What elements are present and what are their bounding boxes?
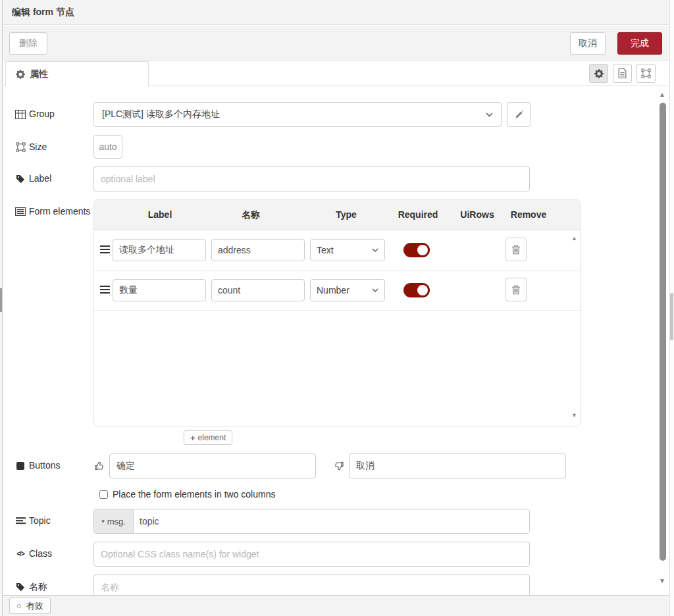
topic-label-wrap: Topic — [9, 509, 93, 527]
scrollbar-up-arrow[interactable]: ▲ — [659, 91, 665, 98]
edit-form-node-dialog: 编辑 form 节点 删除 取消 完成 属性 — [3, 0, 669, 616]
form-elements-rows: Text Number — [94, 230, 580, 311]
element-name-input[interactable] — [211, 239, 305, 261]
dialog-actionbar: 删除 取消 完成 — [3, 26, 669, 61]
table-scroll-down-icon[interactable]: ▼ — [571, 412, 577, 419]
left-scrollbar-thumb[interactable] — [0, 288, 2, 312]
table-scroll-up-icon[interactable]: ▲ — [571, 235, 577, 242]
scrollbar-down-arrow[interactable]: ▼ — [659, 577, 665, 584]
buttons-label: Buttons — [29, 459, 60, 472]
col-header-required: Required — [398, 209, 438, 220]
list-box-icon — [15, 207, 26, 217]
element-type-select[interactable]: Text — [310, 239, 385, 261]
edit-group-button[interactable] — [507, 102, 531, 127]
pencil-icon — [515, 111, 523, 119]
form-elements-table: Label 名称 Type Required UiRows Remove Tex… — [93, 199, 581, 426]
edit-dialog-tabbar: 属性 — [3, 61, 669, 86]
label-label-wrap: Label — [9, 167, 93, 185]
element-label-input[interactable] — [113, 239, 206, 261]
required-toggle[interactable] — [403, 283, 430, 297]
element-type-value: Number — [317, 285, 350, 295]
toggle-knob — [417, 245, 428, 255]
tag-icon — [15, 582, 26, 592]
class-input[interactable] — [93, 542, 530, 567]
topic-type-label: msg. — [107, 517, 126, 526]
layout-resize-icon — [641, 68, 651, 78]
form-element-row: Number — [94, 270, 580, 311]
add-element-button[interactable]: + element — [184, 430, 232, 445]
name-label: 名称 — [29, 580, 47, 593]
dialog-titlebar: 编辑 form 节点 — [3, 0, 669, 25]
name-row: 名称 — [3, 575, 669, 595]
dialog-footer: ○ 有效 — [3, 595, 669, 616]
element-name-input[interactable] — [211, 279, 305, 301]
tab-properties[interactable]: 属性 — [5, 61, 149, 86]
name-label-wrap: 名称 — [9, 575, 93, 593]
col-header-type: Type — [336, 209, 357, 220]
group-label-wrap: Group — [9, 102, 93, 120]
dialog-title: 编辑 form 节点 — [12, 7, 74, 18]
chevron-down-icon — [372, 288, 378, 292]
resize-handles-icon — [15, 142, 26, 153]
properties-view-button[interactable] — [589, 64, 608, 83]
done-button[interactable]: 完成 — [617, 32, 662, 55]
label-row: Label — [3, 167, 669, 192]
buttons-row: Buttons — [3, 453, 669, 478]
form-elements-row: Form elements Label 名称 Type Required UiR… — [3, 199, 669, 445]
label-input[interactable] — [93, 167, 530, 192]
topic-label: Topic — [29, 515, 51, 527]
drag-handle-icon[interactable] — [100, 286, 110, 294]
cancel-button-text-input[interactable] — [349, 453, 566, 478]
group-select[interactable]: [PLC测试] 读取多个内存地址 — [93, 102, 502, 127]
ok-button-text-input[interactable] — [109, 453, 316, 478]
name-input[interactable] — [93, 575, 530, 595]
two-columns-label: Place the form elements in two columns — [113, 489, 275, 500]
drag-handle-icon[interactable] — [100, 245, 110, 253]
caret-down-icon: ▾ — [101, 518, 105, 525]
col-header-uirows: UiRows — [460, 209, 494, 220]
size-label-wrap: Size — [9, 135, 93, 153]
browser-scrollbar-thumb[interactable] — [670, 293, 673, 340]
col-header-remove: Remove — [511, 209, 546, 220]
browser-scrollbar-track[interactable] — [669, 0, 674, 616]
two-columns-row: Place the form elements in two columns — [99, 489, 669, 500]
trash-icon — [511, 245, 521, 255]
thumbs-up-icon — [93, 461, 105, 471]
remove-element-button[interactable] — [506, 238, 527, 261]
element-label-input[interactable] — [113, 279, 206, 301]
circle-icon: ○ — [16, 601, 22, 611]
element-type-value: Text — [317, 245, 334, 255]
delete-button[interactable]: 删除 — [9, 32, 47, 55]
size-label: Size — [29, 141, 47, 153]
trash-icon — [511, 285, 521, 295]
size-row: Size auto — [3, 135, 669, 159]
tag-icon — [15, 174, 26, 184]
chevron-down-icon — [486, 113, 493, 117]
gear-icon — [594, 69, 604, 78]
group-select-value: [PLC测试] 读取多个内存地址 — [102, 109, 220, 120]
node-enabled-toggle[interactable]: ○ 有效 — [9, 598, 51, 614]
class-label-wrap: </> Class — [9, 542, 93, 560]
cancel-button[interactable]: 取消 — [570, 32, 606, 55]
description-view-button[interactable] — [613, 64, 632, 83]
appearance-view-button[interactable] — [636, 64, 656, 83]
label-label: Label — [29, 172, 51, 185]
group-row: Group [PLC测试] 读取多个内存地址 — [3, 102, 669, 127]
two-columns-checkbox[interactable] — [99, 490, 108, 499]
class-row: </> Class — [3, 542, 669, 567]
remove-element-button[interactable] — [506, 278, 527, 301]
size-auto-button[interactable]: auto — [93, 135, 122, 159]
scrollbar-thumb[interactable] — [660, 103, 666, 561]
col-header-name: 名称 — [242, 209, 260, 221]
required-toggle[interactable] — [403, 243, 430, 257]
toggle-knob — [417, 285, 428, 295]
topic-type-select[interactable]: ▾ msg. — [94, 509, 134, 533]
col-header-label: Label — [148, 209, 172, 220]
topic-value-input[interactable] — [134, 509, 529, 533]
dialog-scrollbar[interactable]: ▲ ▼ — [658, 90, 668, 586]
chevron-down-icon — [372, 248, 378, 252]
code-icon: </> — [15, 549, 26, 559]
add-element-label: element — [198, 433, 226, 442]
element-type-select[interactable]: Number — [310, 279, 385, 301]
topic-row: Topic ▾ msg. — [3, 509, 669, 534]
